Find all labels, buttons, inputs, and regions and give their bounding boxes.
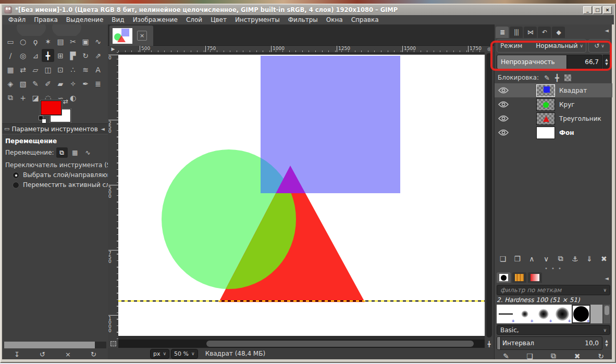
brush-hardness-050[interactable]: + [534, 305, 553, 323]
foreground-select-tool[interactable]: ▣ [79, 35, 92, 48]
perspective-clone-tool[interactable]: ◪ [29, 91, 42, 104]
menu-image[interactable]: Изображение [129, 16, 182, 24]
foreground-color-swatch[interactable] [41, 101, 61, 115]
layer-mode-combo[interactable]: Режим Нормальный ∨ [497, 39, 586, 53]
quick-mask-button[interactable] [108, 340, 118, 348]
raise-layer-button[interactable]: ∧ [525, 255, 538, 263]
select-by-color-tool[interactable]: ▤ [54, 35, 67, 48]
gradient-tool[interactable]: ▧ [17, 77, 29, 90]
tab-patterns[interactable] [512, 272, 526, 283]
transform-3d-tool[interactable]: ◫ [42, 63, 54, 76]
layer-visibility-toggle[interactable] [495, 87, 512, 94]
scale-tool[interactable]: ⇗ [92, 49, 104, 62]
menu-tools[interactable]: Инструменты [231, 16, 284, 24]
vertical-scrollbar[interactable] [485, 52, 494, 340]
opacity-slider[interactable]: Непрозрачность 66,7 [497, 55, 602, 69]
tab-paths[interactable]: ⋈ [524, 27, 537, 38]
new-layer-group-button[interactable]: ❐ [511, 255, 524, 263]
brush-hardness-025[interactable]: + [515, 305, 534, 323]
image-tab[interactable]: × [109, 26, 153, 46]
layer-visibility-toggle[interactable] [495, 129, 512, 136]
clone-tool[interactable]: ⧉ [4, 91, 17, 104]
text-tool[interactable]: A [92, 63, 104, 76]
default-colors-icon[interactable] [39, 116, 47, 124]
reset-tool-options-button[interactable]: ↻ [91, 350, 96, 358]
menu-filters[interactable]: Фильтры [284, 16, 322, 24]
layer-row[interactable]: Треугольник [495, 111, 612, 125]
airbrush-tool[interactable]: ✧ [67, 77, 79, 90]
layer-visibility-toggle[interactable] [495, 115, 512, 122]
save-tool-preset-button[interactable]: ↧ [14, 350, 20, 358]
duplicate-brush-button[interactable]: ⧉ [547, 352, 560, 360]
paintbrush-tool[interactable]: ✐ [42, 77, 54, 90]
paths-tool[interactable]: ∿ [92, 35, 104, 48]
edit-brush-button[interactable]: ✎ [500, 352, 512, 360]
bucket-fill-tool[interactable]: ◈ [4, 77, 17, 90]
maximize-button[interactable]: □ [593, 6, 602, 14]
tab-undo-history[interactable]: ↶ [538, 27, 551, 38]
refresh-brushes-button[interactable]: ↻ [595, 352, 607, 360]
title-bar[interactable]: *[Без имени]-1.0 (Цвета RGB 8 бит, нелин… [2, 5, 614, 15]
spacing-spinner[interactable]: ▲▼ [603, 336, 610, 350]
restore-tool-preset-button[interactable]: ↺ [40, 350, 45, 358]
lock-position-icon[interactable]: ╋ [555, 74, 559, 82]
lock-pixels-icon[interactable]: ✎ [544, 74, 550, 82]
brush-spacing-slider[interactable]: Интервал 10,0 [497, 336, 602, 350]
menu-edit[interactable]: Правка [30, 16, 62, 24]
eraser-tool[interactable]: ▰ [54, 77, 67, 90]
move-tool[interactable]: ╋ [42, 49, 54, 62]
tab-brushes[interactable] [497, 272, 511, 283]
unified-transform-tool[interactable]: ▦ [4, 63, 17, 76]
menu-windows[interactable]: Окна [322, 16, 347, 24]
tab-gradients[interactable] [528, 272, 542, 283]
swap-colors-icon[interactable]: ⇄ [63, 98, 68, 105]
vertical-ruler[interactable]: 02505007501000 [108, 52, 118, 340]
merge-layer-button[interactable]: ⇓ [583, 255, 596, 263]
zoom-combo[interactable]: 50 %∨ [171, 349, 198, 359]
menu-colors[interactable]: Цвет [206, 16, 231, 24]
menu-layer[interactable]: Слой [182, 16, 206, 24]
tab-pointer[interactable]: ◆ [552, 27, 565, 38]
color-picker-tool[interactable]: ∕ [4, 49, 17, 62]
brush-hardness-100[interactable]: + [572, 305, 590, 323]
brush-hardness-075[interactable]: + [553, 305, 572, 323]
dock-collapse-button[interactable]: ◄ [605, 28, 609, 33]
rectangle-select-tool[interactable]: ▭ [4, 35, 17, 48]
horizontal-ruler[interactable]: 5007501000125015001750 [118, 46, 485, 52]
image-surface[interactable] [118, 55, 485, 336]
dock-separator-handle[interactable]: • • • [495, 267, 612, 271]
layer-row[interactable]: Фон [495, 125, 612, 140]
brush-pixel-line[interactable]: + [497, 305, 515, 323]
anchor-layer-button[interactable]: ⚓ [569, 255, 582, 263]
canvas-viewport[interactable] [118, 52, 485, 340]
fuzzy-select-tool[interactable]: ✶ [42, 35, 54, 48]
handle-transform-tool[interactable]: ∴ [67, 63, 79, 76]
menu-view[interactable]: Вид [107, 16, 128, 24]
layer-row[interactable]: Круг [495, 97, 612, 111]
flip-tool[interactable]: ⇄ [17, 63, 29, 76]
lock-alpha-icon[interactable] [564, 74, 571, 81]
move-path-button[interactable]: ∿ [82, 147, 94, 158]
navigation-button[interactable]: ╋ [485, 340, 494, 348]
layer-visibility-toggle[interactable] [495, 101, 512, 108]
minimize-button[interactable]: _ [583, 6, 592, 14]
close-button[interactable]: × [603, 6, 612, 14]
menu-file[interactable]: Файл [4, 16, 30, 24]
menu-help[interactable]: Справка [347, 16, 383, 24]
horizontal-scrollbar[interactable] [118, 340, 485, 348]
move-selection-button[interactable]: ▦ [69, 147, 81, 158]
align-tool[interactable]: ⊞ [54, 49, 67, 62]
canvas-menu-button[interactable]: ▶ [108, 46, 118, 52]
brush-grid-scrollbar[interactable] [603, 305, 610, 323]
delete-tool-preset-button[interactable]: × [65, 350, 71, 358]
warp-transform-tool[interactable]: ≋ [79, 63, 92, 76]
mode-switch-button[interactable]: ↺ ∨ [588, 39, 610, 53]
new-brush-button[interactable]: ❏ [524, 352, 536, 360]
tab-channels[interactable]: ||| [510, 27, 523, 38]
brush-filter-input[interactable]: фильтр по меткам ∨ [497, 285, 610, 295]
zoom-tool[interactable]: ◎ [17, 49, 29, 62]
rotate-tool[interactable]: ↻ [79, 49, 92, 62]
image-tab-close-button[interactable]: × [137, 31, 147, 41]
unit-combo[interactable]: px∨ [150, 349, 169, 359]
move-layer-button[interactable]: ⧉ [56, 147, 68, 158]
